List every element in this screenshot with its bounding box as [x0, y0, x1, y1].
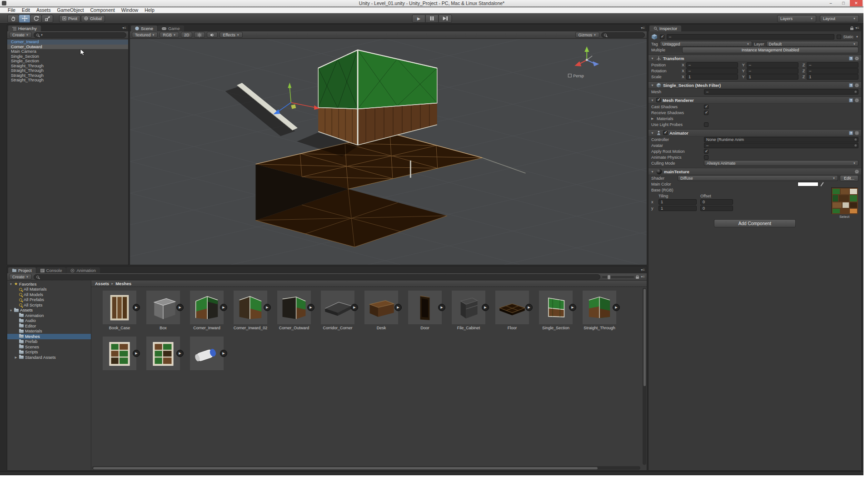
project-tree-item-meshes[interactable]: Meshes [7, 334, 91, 339]
project-tree-item-standard-assets[interactable]: ▶Standard Assets [7, 355, 91, 360]
tab-scene[interactable]: Scene [131, 25, 157, 31]
gameobject-name-field[interactable]: – [667, 34, 834, 40]
effects-dropdown[interactable]: Effects▼ [219, 32, 242, 38]
asset-thumbnail[interactable]: ▶ [364, 291, 398, 324]
asset-item[interactable]: ▶ File_Cabinet [447, 291, 490, 330]
project-tree-item-editor[interactable]: Editor [7, 323, 91, 329]
static-caret[interactable]: ▼ [856, 35, 858, 38]
hierarchy-search-input[interactable] [45, 33, 124, 37]
foldout-icon[interactable]: ▼ [9, 282, 13, 286]
project-search-input[interactable] [40, 275, 598, 279]
asset-expand-button[interactable]: ▶ [133, 350, 140, 357]
mesh-filter-header[interactable]: ▼ Single_Section (Mesh Filter) ? [649, 81, 861, 89]
toggle-2d-button[interactable]: 2D [181, 32, 193, 38]
object-picker-icon[interactable] [854, 144, 858, 147]
asset-expand-button[interactable]: ▶ [220, 350, 227, 357]
breadcrumb-current[interactable]: Meshes [115, 281, 131, 286]
avatar-field[interactable]: – [704, 143, 858, 148]
foldout-icon[interactable]: ▶ [14, 356, 18, 359]
asset-expand-button[interactable]: ▶ [351, 304, 358, 311]
scale-tool-button[interactable] [41, 15, 53, 23]
panel-menu-icon[interactable]: ▾≡ [855, 26, 859, 30]
project-tree-item-favorites[interactable]: ▼★Favorites [7, 282, 91, 287]
scene-lighting-button[interactable] [194, 32, 205, 38]
shader-dropdown[interactable]: Diffuse▼ [678, 175, 838, 181]
transform-header[interactable]: ▼ Transform ? [649, 55, 861, 62]
panel-menu-icon[interactable]: ▾≡ [122, 26, 126, 30]
hierarchy-item[interactable]: Corner_Outward [7, 45, 128, 50]
asset-expand-button[interactable]: ▶ [176, 350, 184, 357]
foldout-icon[interactable]: ▼ [9, 309, 13, 312]
project-tree-item-animation[interactable]: Animation [7, 313, 91, 318]
menu-assets[interactable]: Assets [33, 7, 54, 13]
texture-thumbnail[interactable] [831, 187, 858, 214]
menu-help[interactable]: Help [141, 7, 158, 13]
tag-dropdown[interactable]: Untagged▼ [660, 41, 752, 47]
project-tree-item-audio[interactable]: Audio [7, 318, 91, 324]
asset-expand-button[interactable]: ▶ [438, 304, 445, 311]
rotate-tool-button[interactable] [30, 15, 42, 23]
scene-audio-button[interactable] [207, 32, 218, 38]
hand-tool-button[interactable] [7, 15, 19, 23]
asset-expand-button[interactable]: ▶ [176, 304, 184, 311]
gear-icon[interactable] [855, 56, 859, 60]
asset-thumbnail[interactable]: ▶ [234, 291, 267, 324]
foldout-icon[interactable]: ▼ [651, 84, 654, 87]
maximize-button[interactable]: □ [837, 0, 850, 6]
asset-expand-button[interactable]: ▶ [133, 304, 140, 311]
position-y-field[interactable]: – [747, 62, 798, 68]
hierarchy-item[interactable]: Main Camera [7, 49, 128, 54]
help-icon[interactable]: ? [849, 56, 853, 60]
mesh-renderer-header[interactable]: ▼ Mesh Renderer ? [649, 96, 861, 104]
asset-item[interactable]: ▶ Floor [490, 291, 534, 330]
close-button[interactable]: ✕ [850, 0, 863, 6]
rotation-y-field[interactable]: – [747, 68, 798, 74]
asset-item[interactable]: ▶ Desk [359, 291, 403, 330]
thumbnail-zoom-slider[interactable] [602, 274, 634, 280]
layout-dropdown[interactable]: Layout▼ [820, 15, 859, 22]
persp-label[interactable]: Persp [573, 74, 584, 78]
global-toggle-button[interactable]: Global [81, 15, 105, 22]
receive-shadows-checkbox[interactable] [704, 111, 708, 115]
gear-icon[interactable] [855, 131, 859, 135]
layer-dropdown[interactable]: Default▼ [766, 41, 858, 47]
layers-dropdown[interactable]: Layers▼ [777, 15, 816, 22]
hierarchy-item[interactable]: Straight_Through [7, 68, 128, 73]
rotation-z-field[interactable]: – [807, 68, 858, 74]
asset-item[interactable]: ▶ Corner_Inward_02 [229, 291, 272, 330]
position-z-field[interactable]: – [807, 62, 858, 68]
tab-console[interactable]: Console [36, 267, 66, 273]
project-create-button[interactable]: Create▼ [9, 274, 32, 280]
texture-select-button[interactable]: Select [831, 215, 858, 219]
tiling-x-field[interactable]: 1 [658, 199, 697, 205]
tab-hierarchy[interactable]: Hierarchy [8, 25, 41, 31]
asset-expand-button[interactable]: ▶ [307, 304, 314, 311]
project-tree-item-assets[interactable]: ▼Assets [7, 308, 91, 313]
scene-search-field[interactable] [601, 32, 645, 38]
prefab-management-button[interactable]: Instance Management Disabled [682, 47, 858, 53]
menu-edit[interactable]: Edit [19, 7, 33, 13]
hierarchy-create-button[interactable]: Create▼ [9, 32, 32, 38]
help-icon[interactable]: ? [849, 98, 853, 102]
project-tree-item-all-prefabs[interactable]: All Prefabs [7, 297, 91, 303]
hierarchy-item[interactable]: Straight_Through [7, 64, 128, 69]
hierarchy-item[interactable]: Straight_Through [7, 78, 128, 83]
minimize-button[interactable]: – [824, 0, 837, 6]
panel-menu-icon[interactable]: ▾≡ [641, 275, 645, 279]
materials-label[interactable]: Materials [657, 116, 673, 121]
help-icon[interactable]: ? [849, 83, 853, 87]
asset-expand-button[interactable]: ▶ [525, 304, 533, 311]
pause-button[interactable] [425, 15, 439, 23]
asset-thumbnail[interactable]: ▶ [103, 337, 136, 370]
menu-component[interactable]: Component [87, 7, 118, 13]
asset-expand-button[interactable]: ▶ [569, 304, 576, 311]
foldout-icon[interactable]: ▼ [651, 170, 654, 173]
gizmos-dropdown[interactable]: Gizmos▼ [575, 32, 599, 38]
asset-thumbnail[interactable]: ▶ [190, 291, 224, 324]
offset-y-field[interactable]: 0 [700, 206, 733, 211]
object-picker-icon[interactable] [854, 138, 858, 141]
main-color-swatch[interactable] [798, 182, 818, 186]
asset-expand-button[interactable]: ▶ [482, 304, 489, 311]
title-bar[interactable]: Unity - Level_01.unity - Unity_Project -… [0, 0, 863, 7]
gear-icon[interactable] [855, 98, 859, 102]
